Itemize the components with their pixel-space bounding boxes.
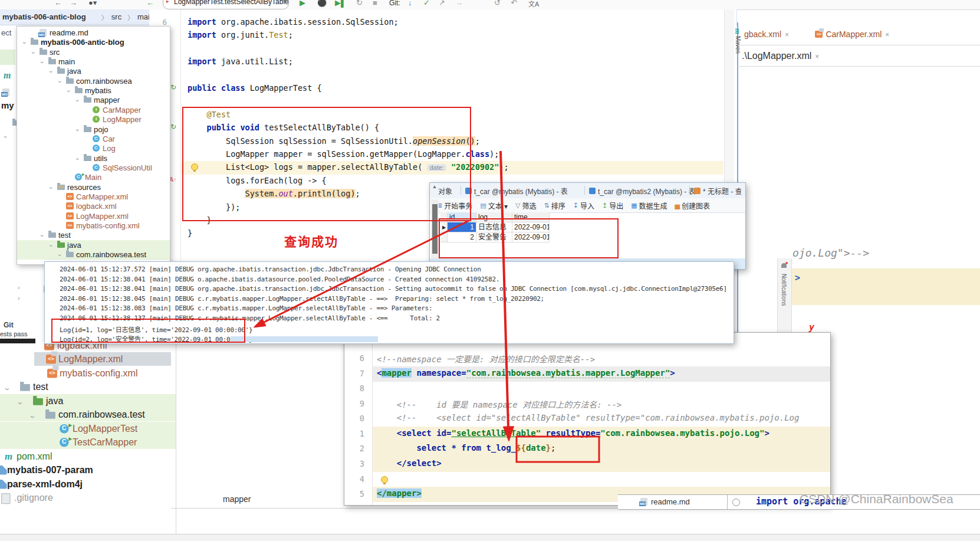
tree-item-carmapper-xml[interactable]: <>CarMapper.xml [17,192,170,202]
db-toolbar-[interactable]: ▽筛选 [515,201,536,211]
db-cell[interactable]: 安全警告 [476,232,512,242]
tree-item-gitignore[interactable]: .gitignore [0,491,176,504]
chevron-down-icon[interactable]: › [1,388,14,391]
coverage-icon[interactable]: ▶▌ [335,0,346,7]
tree-item-com-rainbowsea[interactable]: ›com.rainbowsea [17,76,170,86]
db-tab-3[interactable]: * 无标题 - 查询 [694,186,741,196]
xml-line-15[interactable]: </mapper> [377,488,422,498]
run-gutter-icon[interactable]: ↻ [170,83,176,91]
close-icon[interactable]: × [885,31,889,39]
debug-icon[interactable]: ⚫ [317,0,327,7]
tree-item-readme-md[interactable]: readme.md [17,28,170,38]
stop-icon[interactable]: ■ [373,0,377,7]
db-tab-1[interactable]: t_car @mybatis (Mybatis) - 表 [465,186,568,196]
chevron-down-icon[interactable]: › [37,61,47,64]
translate-icon[interactable]: 文A [528,0,539,8]
breadcrumb-item-mybatis-006-antic-blog[interactable]: mybatis-006-antic-blog [2,12,86,21]
tree-item-mybatis[interactable]: ›mybatis [17,86,170,96]
editor-tab-carmapper-xml[interactable]: <>CarMapper.xml× [815,29,889,39]
rerun-icon[interactable]: ↻ [356,0,363,7]
chevron-down-icon[interactable]: › [19,42,29,44]
xml-line-13[interactable]: </select> [377,458,442,468]
forward-icon[interactable]: → [70,0,77,7]
xml-line-6[interactable]: <!--namespace 一定要是: 对应的接口的全限定类名--> [377,353,595,365]
db-cell[interactable]: 2022-09-01 [512,232,550,242]
code-line-7[interactable]: import org.junit.Test; [188,30,293,40]
chevron-down-icon[interactable]: › [46,186,56,189]
tree-item-java[interactable]: ›java [0,394,176,408]
chevron-down-icon[interactable]: › [73,129,83,131]
chevron-down-icon[interactable]: › [64,90,74,93]
chevron-down-icon[interactable]: › [28,51,38,54]
run-gutter-icon[interactable]: ↻ [170,123,176,131]
tree-item-resources[interactable]: ›resources [17,182,170,192]
db-cell[interactable]: 日志信息 [476,222,512,232]
tree-item-carmapper[interactable]: ICarMapper [17,105,170,115]
tree-item-logmapper-xml[interactable]: <>LogMapper.xml [17,211,170,221]
code-line-16[interactable]: LogMapper mapper = sqlSession.getMapper(… [188,149,499,159]
tree-item-java[interactable]: ›java [17,66,170,76]
database-scrollbar[interactable]: ▲ [431,199,439,258]
git-tab-fragment[interactable]: Git [4,321,14,329]
tree-item-mybatis-007-param[interactable]: mybatis-007-param [0,463,176,477]
xml-line-12[interactable]: select * from t_log_${date}; [377,443,555,453]
console-scrollbar[interactable] [231,336,378,342]
tree-item-logmappertest[interactable]: C▸LogMapperTest [0,422,176,435]
db-toolbar-[interactable]: ▅创建图表 [675,201,710,211]
code-line-20[interactable]: }); [188,202,240,212]
tree-item-logmapper-xml[interactable]: <>LogMapper.xml [0,352,176,366]
chevron-down-icon[interactable]: › [73,100,83,102]
db-header-log[interactable]: log [476,212,512,222]
db-toolbar-[interactable]: ▦数据生成 [631,201,667,211]
tree-item-log[interactable]: CLog [17,143,170,153]
nav-back-icon[interactable]: ← [146,0,154,7]
code-line-14[interactable]: public void testSelectAllByTable() { [188,123,379,132]
breadcrumb-item-src[interactable]: src [111,12,121,21]
db-toolbar-[interactable]: ⇅排序 [544,201,565,211]
close-icon[interactable]: × [815,53,819,61]
close-icon[interactable]: × [785,31,789,39]
db-toolbar-[interactable]: ▤文本 ▾ [480,201,508,211]
code-line-19[interactable]: System.out.println(log); [188,189,360,198]
tree-item-testcarmapper[interactable]: C▸TestCarMapper [0,435,176,449]
back-icon[interactable]: ← [54,0,62,7]
run-configuration-select[interactable]: ▸ LogMapperTest.testSelectAllByTable ▾ [163,0,289,9]
user-icon[interactable]: ●▾ [88,0,97,7]
chevron-down-icon[interactable]: › [37,235,47,237]
chevron-down-icon[interactable]: › [55,80,65,83]
tree-item-java[interactable]: ›java [17,240,170,250]
tree-item-mybatis-config-xml[interactable]: <>mybatis-config.xml [0,366,176,380]
tree-item-main[interactable]: ›main [17,57,170,67]
code-line-15[interactable]: SqlSession sqlSession = SqlSessionUtil.o… [188,136,480,146]
tree-item-main[interactable]: C▸Main [17,172,170,182]
tree-item-src[interactable]: ›src [17,47,170,57]
tree-item-mybatis-config-xml[interactable]: <>mybatis-config.xml [17,221,170,231]
db-header-id[interactable]: id [448,212,476,222]
code-line-18[interactable]: logs.forEach(log -> { [188,176,327,185]
chevron-down-icon[interactable]: › [46,244,56,247]
xml-line-9[interactable]: <!-- id 要是 namespace 对应接口上的方法名: --> [377,398,621,410]
tree-item-parse-xml-dom4j[interactable]: parse-xml-dom4j [0,477,176,491]
xml-line-11[interactable]: <select id="selectAllByTable" resultType… [377,428,769,438]
tree-item-logmapper[interactable]: ILogMapper [17,114,170,124]
chevron-down-icon[interactable]: › [14,402,27,405]
git-push-icon[interactable]: ↗ [439,0,445,7]
db-tab-2[interactable]: t_car @mybatis2 (Mybatis) - 表 [589,186,696,196]
code-line-11[interactable]: public class LogMapperTest { [188,83,322,93]
db-toolbar-[interactable]: ↥导出 [602,201,623,211]
tree-item-car[interactable]: CCar [17,134,170,144]
db-tab-0[interactable]: 对象 [438,186,452,196]
chevron-down-icon[interactable]: › [55,254,65,257]
code-line-13[interactable]: @Test [188,110,231,119]
code-line-22[interactable]: } [188,228,192,238]
db-cell[interactable]: 2022-09-01 [512,222,550,232]
db-cell[interactable]: 2 [448,232,476,242]
code-line-21[interactable]: } [188,215,212,225]
readme-label[interactable]: readme.md [651,497,690,506]
db-toolbar-[interactable]: ↧导入 [573,201,594,211]
tree-item-logback-xml[interactable]: <>logback.xml [17,201,170,211]
tree-item-sqlsessionutil[interactable]: CSqlSessionUtil [17,163,170,173]
db-toolbar-[interactable]: ≣开始事务 [437,201,472,211]
db-header-time[interactable]: time [512,212,550,222]
tree-item-pom-xml[interactable]: mpom.xml [0,450,176,463]
